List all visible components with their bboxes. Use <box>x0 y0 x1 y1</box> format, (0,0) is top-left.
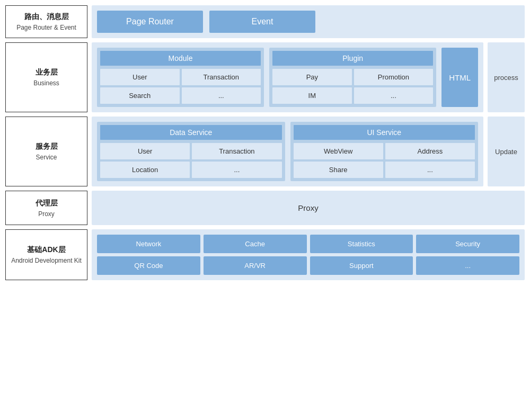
en-label-service: Service <box>36 154 57 161</box>
right-page-router: Page Router Event <box>92 5 525 38</box>
data-service-location: Location <box>100 162 190 178</box>
zh-label-adk: 基础ADK层 <box>27 245 65 255</box>
ui-service-items: WebView Address Share ... <box>294 143 475 178</box>
en-label-page-router: Page Router & Event <box>16 24 76 31</box>
proxy-label: Proxy <box>97 196 519 220</box>
data-service-more: ... <box>192 162 281 178</box>
adk-qrcode: QR Code <box>97 256 200 275</box>
label-business: 业务层 Business <box>5 42 87 112</box>
row-adk: 基础ADK层 Android Development Kit Network C… <box>5 229 525 280</box>
adk-network: Network <box>97 235 200 253</box>
right-business: Module User Transaction Search ... Plugi… <box>92 42 483 112</box>
service-content: Data Service User Transaction Location .… <box>97 122 478 181</box>
module-section: Module User Transaction Search ... <box>97 48 264 107</box>
business-content: Module User Transaction Search ... Plugi… <box>97 48 478 107</box>
en-label-adk: Android Development Kit <box>11 257 82 264</box>
adk-security: Security <box>416 235 519 253</box>
zh-label-service: 服务层 <box>36 142 58 151</box>
ui-service-section: UI Service WebView Address Share ... <box>290 122 479 181</box>
proxy-content: Proxy <box>97 196 519 220</box>
module-item-search: Search <box>100 87 180 104</box>
adk-arvr: AR/VR <box>204 256 307 275</box>
ui-service-webview: WebView <box>294 143 383 159</box>
adk-statistics: Statistics <box>310 235 413 253</box>
row-service: 服务层 Service Data Service User Transactio… <box>5 117 525 186</box>
adk-cache: Cache <box>204 235 307 253</box>
plugin-item-more: ... <box>354 87 434 104</box>
plugin-section: Plugin Pay Promotion IM ... <box>269 48 436 107</box>
adk-more: ... <box>416 256 519 275</box>
data-service-items: User Transaction Location ... <box>100 143 282 178</box>
data-service-transaction: Transaction <box>192 143 281 159</box>
plugin-items: Pay Promotion IM ... <box>272 69 433 104</box>
label-service: 服务层 Service <box>5 117 87 186</box>
page-router-content: Page Router Event <box>97 11 519 33</box>
module-item-transaction: Transaction <box>182 69 261 85</box>
row-page-router: 路由、消息层 Page Router & Event Page Router E… <box>5 5 525 38</box>
module-header: Module <box>100 51 261 66</box>
label-adk: 基础ADK层 Android Development Kit <box>5 229 87 280</box>
zh-label-proxy: 代理层 <box>36 199 58 208</box>
plugin-item-pay: Pay <box>272 69 352 85</box>
plugin-header: Plugin <box>272 51 433 66</box>
zh-label-page-router: 路由、消息层 <box>24 12 69 22</box>
business-inner: 业务层 Business Module User Transaction Sea… <box>5 42 483 112</box>
plugin-item-promotion: Promotion <box>354 69 434 85</box>
data-service-header: Data Service <box>100 125 282 140</box>
architecture-diagram: 路由、消息层 Page Router & Event Page Router E… <box>5 5 525 415</box>
label-page-router: 路由、消息层 Page Router & Event <box>5 5 87 38</box>
ui-service-more: ... <box>385 162 475 178</box>
en-label-business: Business <box>33 79 59 87</box>
data-service-user: User <box>100 143 190 159</box>
ui-service-header: UI Service <box>294 125 475 140</box>
ui-service-address: Address <box>385 143 475 159</box>
module-items: User Transaction Search ... <box>100 69 261 104</box>
en-label-proxy: Proxy <box>38 210 55 218</box>
zh-label-business: 业务层 <box>36 68 58 77</box>
process-label: process <box>488 42 525 112</box>
event-box: Event <box>209 11 315 33</box>
data-service-section: Data Service User Transaction Location .… <box>97 122 285 181</box>
page-router-box: Page Router <box>97 11 203 33</box>
html-box: HTML <box>441 48 478 107</box>
ui-service-share: Share <box>294 162 383 178</box>
label-proxy: 代理层 Proxy <box>5 191 87 225</box>
right-proxy: Proxy <box>92 191 525 225</box>
update-label: Update <box>488 117 525 186</box>
adk-support: Support <box>310 256 413 275</box>
service-inner: 服务层 Service Data Service User Transactio… <box>5 117 483 186</box>
right-service: Data Service User Transaction Location .… <box>92 117 483 186</box>
module-item-user: User <box>100 69 180 85</box>
row-proxy: 代理层 Proxy Proxy <box>5 191 525 225</box>
right-adk: Network Cache Statistics Security QR Cod… <box>92 229 525 280</box>
adk-content: Network Cache Statistics Security QR Cod… <box>97 235 519 275</box>
plugin-item-im: IM <box>272 87 352 104</box>
row-business: 业务层 Business Module User Transaction Sea… <box>5 42 525 112</box>
module-item-more: ... <box>182 87 261 104</box>
